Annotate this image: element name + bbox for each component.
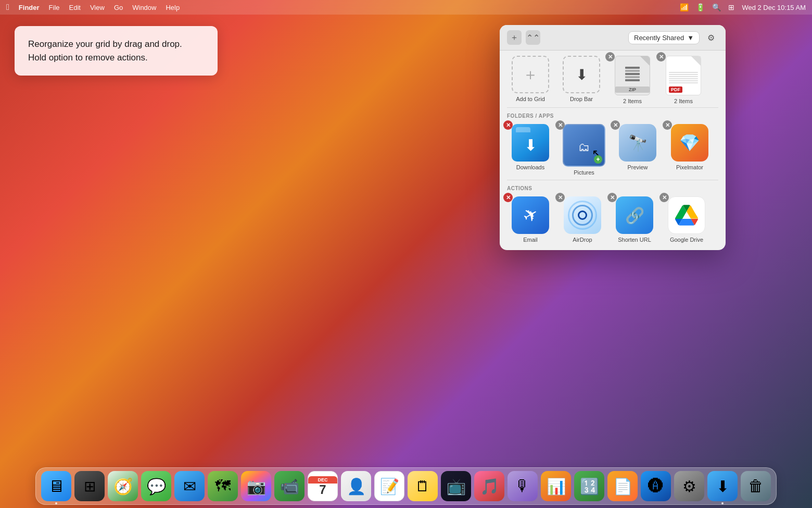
preview-label: Preview xyxy=(627,164,648,170)
actions-section-label: ACTIONS xyxy=(500,180,726,193)
folders-row: ✕ ⬇ Downloads ✕ 🗂 ↖ + Pictures ✕ xyxy=(500,121,726,180)
dock-numbers[interactable]: 🔢 xyxy=(574,471,604,501)
shorten-url-action-item[interactable]: ✕ 🔗 Shorten URL xyxy=(611,196,658,243)
pictures-folder-icon: 🗂 ↖ + xyxy=(563,124,605,167)
dock-contacts[interactable]: 👤 xyxy=(341,471,371,501)
dock-finder[interactable]: 🖥 xyxy=(41,471,71,501)
menu-help[interactable]: Help xyxy=(166,4,180,11)
shorten-url-close-btn[interactable]: ✕ xyxy=(607,193,617,202)
airdrop-action-icon xyxy=(564,196,601,234)
zip-icon: ZIP xyxy=(615,56,650,95)
downloads-item[interactable]: ✕ ⬇ Downloads xyxy=(507,124,554,170)
recently-shared-dropdown[interactable]: Recently Shared ▼ xyxy=(628,31,700,44)
control-center-icon[interactable]: ⊞ xyxy=(728,3,734,11)
menu-view[interactable]: View xyxy=(90,4,105,11)
dock-messages[interactable]: 💬 xyxy=(141,471,171,501)
dock-pages[interactable]: 📄 xyxy=(607,471,638,501)
dock-music[interactable]: 🎵 xyxy=(474,471,504,501)
panel-header: ＋ ⌃⌃ Recently Shared ▼ ⚙ xyxy=(500,25,726,51)
add-to-grid-label: Add to Grid xyxy=(516,96,545,102)
email-plane-icon: ✈ xyxy=(519,203,542,228)
preview-close-btn[interactable]: ✕ xyxy=(611,120,620,130)
pictures-close-btn[interactable]: ✕ xyxy=(555,120,565,130)
apple-menu[interactable]:  xyxy=(6,3,9,12)
add-to-grid-item[interactable]: ＋ Add to Grid xyxy=(507,56,554,102)
pixelmator-label: Pixelmator xyxy=(676,164,703,170)
pixelmator-app-icon: 💎 xyxy=(671,124,708,162)
dock-safari[interactable]: 🧭 xyxy=(108,471,138,501)
dock-calendar[interactable]: DEC 7 xyxy=(308,471,338,501)
pdf-label: 2 Items xyxy=(674,98,693,104)
downloads-label: Downloads xyxy=(516,164,544,170)
downloads-close-btn[interactable]: ✕ xyxy=(503,120,513,130)
battery-icon[interactable]: 🔋 xyxy=(696,3,705,11)
google-drive-action-icon xyxy=(668,196,705,234)
menu-file[interactable]: File xyxy=(49,4,60,11)
finder-dot xyxy=(55,502,57,504)
dock-downloads[interactable]: ⬇ xyxy=(707,471,738,501)
hint-line2: Hold option to remove actions. xyxy=(28,53,148,63)
hint-line1: Reorganize your grid by drag and drop. xyxy=(28,39,182,49)
dock-photos[interactable]: 📷 xyxy=(241,471,271,501)
dock-facetime[interactable]: 📹 xyxy=(274,471,304,501)
downloads-dot xyxy=(721,502,724,504)
shorten-url-label: Shorten URL xyxy=(618,237,651,243)
google-drive-close-btn[interactable]: ✕ xyxy=(659,193,669,202)
pictures-label: Pictures xyxy=(574,169,594,176)
google-drive-action-item[interactable]: ✕ Google Drive xyxy=(663,196,710,243)
zip-item[interactable]: ✕ ZIP 2 Items xyxy=(609,56,656,104)
dock-mail[interactable]: ✉ xyxy=(174,471,205,501)
menubar:  Finder File Edit View Go Window Help 📶… xyxy=(0,0,812,15)
actions-row: ✕ ✈ Email ✕ AirDrop ✕ 🔗 xyxy=(500,193,726,250)
airdrop-circles xyxy=(569,202,595,228)
add-button[interactable]: ＋ xyxy=(507,30,522,45)
menu-finder[interactable]: Finder xyxy=(19,4,40,11)
dock-reminders[interactable]: 📝 xyxy=(374,471,404,501)
pictures-item[interactable]: ✕ 🗂 ↖ + Pictures xyxy=(559,124,609,176)
pixelmator-close-btn[interactable]: ✕ xyxy=(663,120,672,130)
preview-app-icon: 🔭 xyxy=(619,124,656,162)
dock-trash[interactable]: 🗑 xyxy=(741,471,771,501)
preview-item[interactable]: ✕ 🔭 Preview xyxy=(614,124,661,170)
downloads-folder-icon: ⬇ xyxy=(512,124,549,162)
airdrop-action-item[interactable]: ✕ AirDrop xyxy=(559,196,606,243)
folders-section-label: FOLDERS / APPS xyxy=(500,108,726,121)
google-drive-label: Google Drive xyxy=(670,237,703,243)
dock-keynote[interactable]: 📊 xyxy=(541,471,571,501)
datetime: Wed 2 Dec 10:15 AM xyxy=(742,4,806,11)
dock-maps[interactable]: 🗺 xyxy=(208,471,238,501)
airdrop-close-btn[interactable]: ✕ xyxy=(555,193,565,202)
dock-tv[interactable]: 📺 xyxy=(441,471,471,501)
dock-launchpad[interactable]: ⊞ xyxy=(74,471,105,501)
pixelmator-item[interactable]: ✕ 💎 Pixelmator xyxy=(666,124,713,170)
shorten-url-action-icon: 🔗 xyxy=(616,196,653,234)
share-panel: ＋ ⌃⌃ Recently Shared ▼ ⚙ ＋ Add to Grid ⬇… xyxy=(500,25,726,250)
add-grid-icon: ＋ xyxy=(512,56,549,93)
dock-podcasts[interactable]: 🎙 xyxy=(508,471,538,501)
pdf-item[interactable]: ✕ PDF 2 Items xyxy=(660,56,707,104)
dock-system-preferences[interactable]: ⚙ xyxy=(674,471,704,501)
dock-notes[interactable]: 🗒 xyxy=(408,471,438,501)
email-label: Email xyxy=(523,237,538,243)
airdrop-label: AirDrop xyxy=(573,237,592,243)
dock: 🖥 ⊞ 🧭 💬 ✉ 🗺 📷 📹 xyxy=(35,467,777,505)
pdf-icon: PDF xyxy=(666,56,701,95)
menu-window[interactable]: Window xyxy=(132,4,156,11)
dropdown-label: Recently Shared xyxy=(634,34,684,42)
menu-edit[interactable]: Edit xyxy=(69,4,81,11)
pdf-close-btn[interactable]: ✕ xyxy=(656,52,666,61)
airdrop-inner-circle xyxy=(578,210,587,220)
zip-close-btn[interactable]: ✕ xyxy=(605,52,615,61)
gear-button[interactable]: ⚙ xyxy=(704,30,718,45)
menu-go[interactable]: Go xyxy=(114,4,123,11)
wifi-icon[interactable]: 📶 xyxy=(680,3,689,11)
hint-box: Reorganize your grid by drag and drop. H… xyxy=(15,26,218,76)
dock-appstore[interactable]: 🅐 xyxy=(641,471,671,501)
drop-bar-item[interactable]: ⬇ Drop Bar xyxy=(558,56,605,102)
search-icon[interactable]: 🔍 xyxy=(712,3,721,11)
chevron-up-button[interactable]: ⌃⌃ xyxy=(526,30,540,45)
email-close-btn[interactable]: ✕ xyxy=(503,193,513,202)
email-action-item[interactable]: ✕ ✈ Email xyxy=(507,196,554,243)
link-icon: 🔗 xyxy=(625,206,644,225)
chevron-down-icon: ▼ xyxy=(687,34,694,42)
